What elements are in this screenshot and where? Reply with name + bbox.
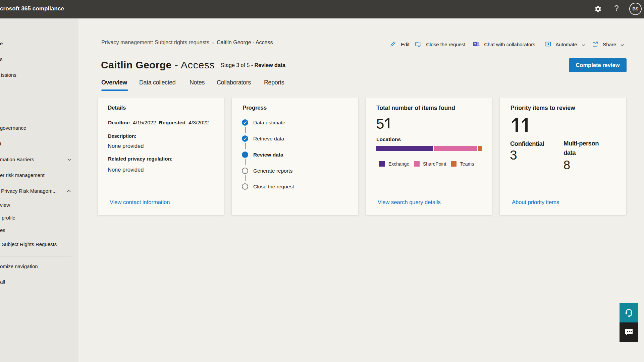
svg-text:T: T [474, 43, 476, 46]
svg-text:5: 5 [377, 118, 384, 129]
